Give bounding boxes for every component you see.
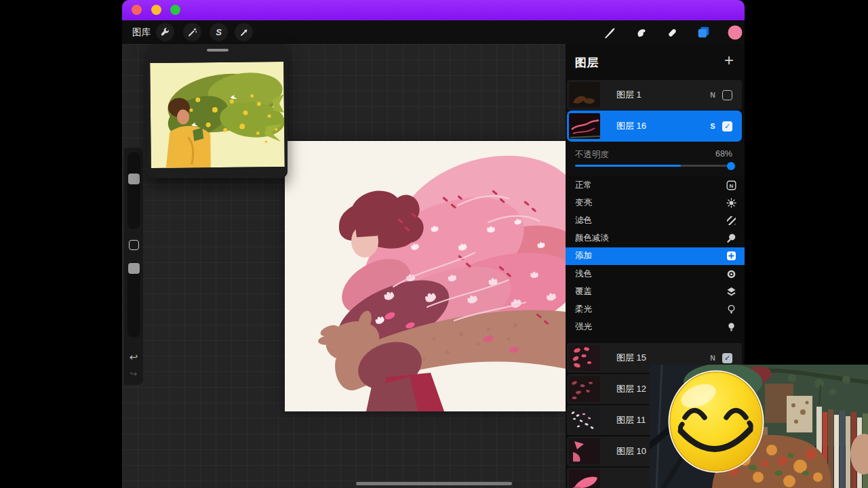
webcam-overlay [650,365,868,488]
lighter-color-icon [726,269,736,279]
color-dodge-icon [726,233,736,243]
layer-thumbnail [569,82,600,108]
layer-thumbnail [569,376,600,402]
layer-name: 图层 15 [616,352,707,364]
wand-glyph [187,27,197,37]
smudge-glyph [635,26,647,38]
layers-icon[interactable] [694,23,713,41]
soft-light-icon [726,304,736,314]
lighten-sun-icon [726,198,736,208]
layer-thumbnail [569,113,600,139]
layer-row-16-selected[interactable]: 图层 16 S ✓ [567,110,742,142]
color-circle [728,25,743,40]
s-glyph: S [216,27,222,37]
visibility-checkbox[interactable]: ✓ [722,121,732,131]
undo-button[interactable]: ↩ [124,351,143,363]
reference-window[interactable] [147,44,288,178]
gallery-button[interactable]: 图库 [132,20,151,44]
blend-mode-list: 正常 N 变亮 滤色 颜色减淡 [566,176,745,336]
macos-titlebar[interactable] [122,0,745,20]
blend-mode-hard-light[interactable]: 强光 [566,319,745,336]
close-window-button[interactable] [132,5,142,15]
transform-arrow-icon[interactable] [235,23,253,41]
reference-drag-handle[interactable] [207,49,229,52]
eraser-icon[interactable] [663,23,681,41]
normal-n-icon: N [726,180,736,190]
smiley-emoji [669,371,764,473]
brush-size-slider[interactable] [127,152,140,229]
add-plus-icon [726,251,736,261]
blend-badge[interactable]: N [707,354,718,362]
blend-mode-soft-light[interactable]: 柔光 [566,300,745,318]
blend-mode-screen[interactable]: 滤色 [566,211,745,229]
blend-mode-add-selected[interactable]: 添加 [566,247,745,265]
screen-hatch-icon [726,216,736,226]
home-indicator[interactable] [356,482,512,485]
blend-mode-overlay[interactable]: 覆盖 [566,283,745,300]
add-layer-button[interactable]: + [724,52,734,68]
layer-thumbnail [569,407,600,433]
layer-thumbnail [569,470,600,488]
svg-text:N: N [730,182,734,188]
adjustments-wand-icon[interactable] [183,23,201,41]
zoom-window-button[interactable] [170,5,180,15]
visibility-checkbox[interactable] [722,90,732,100]
brush-opacity-slider[interactable] [127,262,140,338]
layer-thumbnail [569,345,600,371]
brush-size-handle[interactable] [128,174,140,184]
eraser-glyph [666,26,677,38]
opacity-value: 68% [715,149,732,159]
opacity-label: 不透明度 [575,149,609,161]
visibility-checkbox[interactable]: ✓ [722,353,732,363]
arrow-glyph [239,28,249,37]
blend-badge[interactable]: N [707,91,718,99]
brush-icon[interactable] [600,23,618,41]
opacity-slider-thumb[interactable] [727,162,735,170]
wrench-glyph [160,27,170,37]
layer-row-1[interactable]: 图层 1 N [567,80,742,110]
hard-light-icon [726,322,736,332]
redo-button[interactable]: ↪ [124,369,143,379]
opacity-slider[interactable] [575,165,731,167]
selection-s-icon[interactable]: S [210,23,228,41]
screen: 图库 S [0,0,868,488]
blend-mode-lighter-color[interactable]: 浅色 [566,265,745,283]
drawing-canvas[interactable] [285,141,566,411]
layers-glyph [697,26,710,39]
brush-opacity-handle[interactable] [128,263,140,274]
layer-name: 图层 1 [616,89,707,101]
procreate-toolbar: 图库 S [122,20,745,44]
layer-name: 图层 16 [616,120,707,132]
color-swatch[interactable] [726,23,744,41]
reference-image [150,62,285,168]
blend-mode-lighten[interactable]: 变亮 [566,194,745,211]
opacity-section: 不透明度 68% [566,142,745,176]
actions-wrench-icon[interactable] [156,23,174,41]
brush-glyph [604,26,616,39]
minimize-window-button[interactable] [151,5,161,15]
blend-mode-normal[interactable]: 正常 N [566,176,745,194]
modify-button[interactable] [129,240,139,250]
smudge-icon[interactable] [632,23,650,41]
overlay-icon [726,287,736,297]
layers-panel-title: 图层 [575,55,599,70]
sidebar: ↩ ↪ [124,148,143,385]
canvas-artwork [285,141,566,411]
opacity-slider-fill [575,165,681,167]
blend-badge[interactable]: S [707,122,718,130]
layer-thumbnail [569,439,600,464]
blend-mode-color-dodge[interactable]: 颜色减淡 [566,230,745,247]
webcam-scene [650,365,868,488]
